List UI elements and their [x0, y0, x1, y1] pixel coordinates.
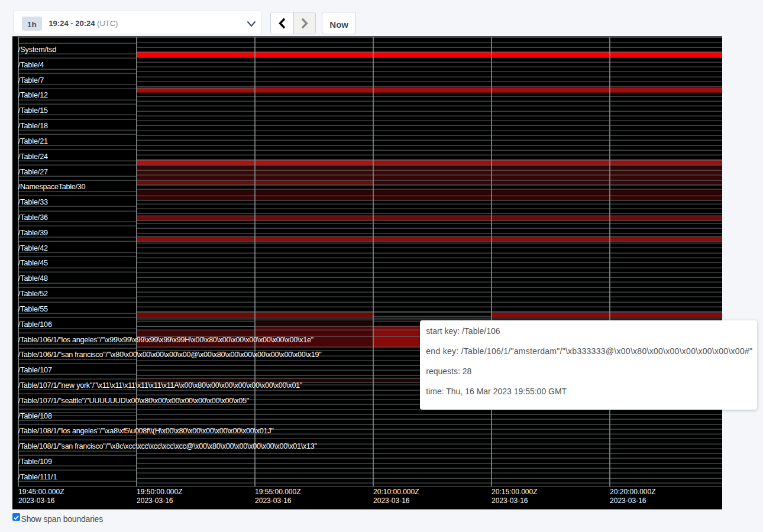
svg-text:/NamespaceTable/30: /NamespaceTable/30 — [18, 183, 86, 191]
svg-text:/Table/107/1/"seattle"/"UUUUUU: /Table/107/1/"seattle"/"UUUUUUD\x00\x80\… — [18, 396, 249, 404]
svg-text:/Table/52: /Table/52 — [18, 290, 48, 298]
svg-text:/Table/18: /Table/18 — [18, 122, 48, 130]
svg-text:/Table/111/1: /Table/111/1 — [18, 473, 57, 481]
svg-text:2023-03-16: 2023-03-16 — [18, 497, 55, 505]
svg-text:/Table/12: /Table/12 — [18, 91, 48, 99]
svg-text:/Table/21: /Table/21 — [18, 137, 48, 145]
svg-text:19:45:00.000Z: 19:45:00.000Z — [18, 488, 64, 496]
svg-text:20:15:00.000Z: 20:15:00.000Z — [492, 488, 537, 496]
svg-text:2023-03-16: 2023-03-16 — [610, 497, 646, 505]
svg-text:20:20:00.000Z: 20:20:00.000Z — [610, 488, 655, 496]
svg-text:/Table/24: /Table/24 — [18, 152, 48, 160]
svg-text:/Table/107: /Table/107 — [18, 366, 52, 374]
svg-text:/Table/7: /Table/7 — [18, 76, 44, 84]
svg-text:/Table/27: /Table/27 — [18, 167, 48, 176]
svg-text:/Table/108/1/"los angeles"/"\x: /Table/108/1/"los angeles"/"\xa8\xf5\u00… — [18, 427, 274, 435]
svg-text:/Table/15: /Table/15 — [18, 106, 48, 115]
svg-text:/Table/48: /Table/48 — [18, 274, 48, 283]
svg-text:/Table/108: /Table/108 — [18, 411, 52, 420]
svg-text:/Table/42: /Table/42 — [18, 244, 48, 252]
svg-text:19:50:00.000Z: 19:50:00.000Z — [137, 488, 182, 496]
svg-text:19:55:00.000Z: 19:55:00.000Z — [255, 488, 300, 496]
svg-text:20:10:00.000Z: 20:10:00.000Z — [373, 488, 419, 496]
svg-text:/Table/109: /Table/109 — [18, 458, 52, 466]
svg-text:/Table/106: /Table/106 — [18, 320, 52, 328]
svg-text:/Table/106/1/"los angeles"/"\x: /Table/106/1/"los angeles"/"\x99\x99\x99… — [18, 335, 313, 343]
svg-text:/Table/45: /Table/45 — [18, 259, 48, 267]
svg-text:2023-03-16: 2023-03-16 — [373, 497, 410, 505]
svg-text:2023-03-16: 2023-03-16 — [255, 497, 292, 505]
svg-text:/Table/106/1/"san francisco"/": /Table/106/1/"san francisco"/"\x80\x00\x… — [18, 351, 322, 359]
svg-text:/Table/55: /Table/55 — [18, 305, 48, 313]
svg-text:/Table/39: /Table/39 — [18, 228, 48, 236]
svg-text:/Table/36: /Table/36 — [18, 213, 48, 222]
svg-text:/Table/33: /Table/33 — [18, 198, 48, 206]
svg-text:2023-03-16: 2023-03-16 — [492, 497, 528, 505]
svg-text:/Table/107/1/"new york"/"\x11\: /Table/107/1/"new york"/"\x11\x11\x11\x1… — [18, 381, 302, 390]
svg-text:2023-03-16: 2023-03-16 — [137, 497, 173, 505]
svg-text:/System/tsd: /System/tsd — [18, 46, 57, 54]
svg-text:/Table/108/1/"san francisco"/": /Table/108/1/"san francisco"/"\x8c\xcc\x… — [18, 442, 317, 450]
svg-text:/Table/4: /Table/4 — [18, 60, 44, 69]
